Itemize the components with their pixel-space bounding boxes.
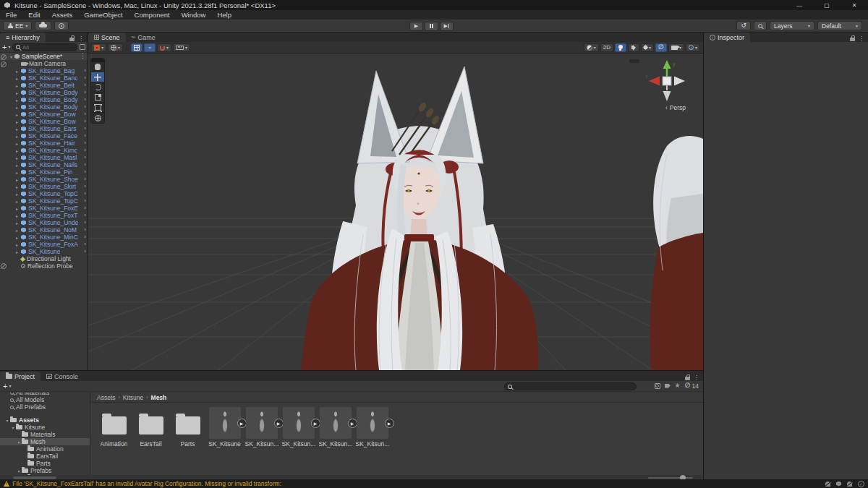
- tab-scene[interactable]: Scene: [88, 33, 126, 42]
- probe-visibility-icon[interactable]: [1, 263, 7, 269]
- expand-caret-icon[interactable]: ▸: [16, 119, 21, 124]
- hierarchy-item[interactable]: ▸ SK_Kitsune_Kimc ›: [0, 147, 88, 154]
- lock-icon[interactable]: [850, 38, 855, 41]
- tab-game[interactable]: ∞ Game: [126, 33, 161, 42]
- asset-item[interactable]: ▶ SK_Kitsun...: [244, 407, 278, 448]
- hierarchy-item[interactable]: ▸ SK_Kitsune_Bow ›: [0, 111, 88, 118]
- breadcrumb-assets[interactable]: Assets: [97, 394, 116, 401]
- kebab-menu-icon[interactable]: ⋮: [694, 375, 699, 381]
- lock-icon[interactable]: [685, 377, 690, 380]
- tree-item[interactable]: EarsTail: [0, 453, 90, 460]
- expand-caret-icon[interactable]: ▸: [16, 184, 21, 189]
- alerts-muted-icon[interactable]: [847, 481, 852, 487]
- expand-caret-icon[interactable]: [4, 418, 10, 423]
- expand-caret-icon[interactable]: ▸: [16, 83, 21, 88]
- expand-caret-icon[interactable]: ▸: [16, 221, 21, 226]
- background-tasks-done-icon[interactable]: ✓: [858, 481, 864, 487]
- expand-caret-icon[interactable]: ▸: [16, 112, 21, 117]
- hierarchy-search-input[interactable]: [22, 44, 74, 51]
- tree-item[interactable]: Prefabs: [0, 467, 90, 474]
- hierarchy-item[interactable]: ▸ SK_Kitsune_Body ›: [0, 103, 88, 111]
- expand-caret-icon[interactable]: ▸: [16, 170, 21, 175]
- expand-caret-icon[interactable]: ▸: [16, 163, 21, 168]
- prefab-open-arrow[interactable]: ›: [84, 147, 86, 153]
- hidden-packages-toggle[interactable]: ∅ 14: [685, 382, 699, 390]
- expand-caret-icon[interactable]: ▸: [16, 76, 21, 81]
- asset-item[interactable]: ▶ SK_Kitsune: [208, 407, 242, 448]
- hierarchy-item[interactable]: ▸ SK_Kitsune_Hair ›: [0, 140, 88, 147]
- caret-down-icon[interactable]: ▾: [10, 54, 12, 59]
- scene-camera-dropdown[interactable]: ▾: [668, 43, 684, 52]
- tree-item[interactable]: Animation: [0, 445, 90, 453]
- prefab-open-arrow[interactable]: ›: [84, 176, 86, 182]
- hierarchy-item[interactable]: ▸ SK_Kitsune_Unde ›: [0, 219, 88, 226]
- prefab-open-arrow[interactable]: ›: [84, 219, 86, 226]
- hierarchy-item[interactable]: ▸ SK_Kitsune_Bow ›: [0, 118, 88, 125]
- expand-caret-icon[interactable]: ▸: [16, 177, 21, 182]
- hierarchy-search[interactable]: [12, 43, 77, 51]
- prefab-open-arrow[interactable]: ›: [84, 89, 86, 95]
- project-search[interactable]: [504, 382, 637, 390]
- scene-viewport[interactable]: x y ‹ Persp: [88, 53, 703, 370]
- search-everywhere-button[interactable]: [754, 21, 767, 30]
- scene-kebab-icon[interactable]: ⋮: [80, 53, 85, 59]
- asset-item[interactable]: ▶ SK_Kitsun...: [281, 407, 315, 448]
- hierarchy-item[interactable]: ▸ SK_Kitsune_Face ›: [0, 132, 88, 140]
- expand-caret-icon[interactable]: ▸: [16, 127, 21, 132]
- menu-edit[interactable]: Edit: [22, 10, 46, 20]
- hierarchy-item[interactable]: ▸ SK_Kitsune_Skirt ›: [0, 183, 88, 190]
- menu-component[interactable]: Component: [129, 10, 176, 20]
- tab-hierarchy[interactable]: ≡ Hierarchy: [0, 33, 46, 42]
- expand-caret-icon[interactable]: [16, 440, 22, 445]
- grid-visibility-button[interactable]: [131, 43, 142, 52]
- close-button[interactable]: ✕: [841, 0, 868, 10]
- notifications-muted-icon[interactable]: [825, 481, 830, 487]
- tree-item[interactable]: Kitsune: [0, 424, 90, 431]
- hierarchy-item[interactable]: ▸ SK_Kitsune_Nails ›: [0, 161, 88, 168]
- prefab-open-arrow[interactable]: ›: [84, 125, 86, 132]
- grid-visibility-dropdown[interactable]: ▾: [144, 43, 156, 52]
- expand-caret-icon[interactable]: ▸: [16, 192, 21, 197]
- tab-inspector[interactable]: i Inspector: [704, 33, 750, 42]
- tool-handle-pivot-button[interactable]: ▾: [91, 43, 106, 52]
- scene-visibility-icon[interactable]: [1, 54, 7, 60]
- measure-button[interactable]: ▾: [173, 43, 190, 52]
- expand-caret-icon[interactable]: ▸: [16, 199, 21, 204]
- tab-console[interactable]: Console: [41, 372, 84, 381]
- scene-effects-dropdown[interactable]: ▾: [641, 43, 654, 52]
- persp-label[interactable]: ‹ Persp: [665, 104, 686, 111]
- rotate-tool-button[interactable]: [91, 82, 104, 93]
- hierarchy-item[interactable]: ▸ SK_Kitsune_Body ›: [0, 96, 88, 103]
- scene-audio-toggle[interactable]: [628, 43, 639, 52]
- hierarchy-item[interactable]: ▸ Reflection Probe ›: [0, 262, 88, 270]
- view-tool-button[interactable]: [91, 62, 104, 72]
- hierarchy-item[interactable]: ▸ SK_Kitsune_Bag ›: [0, 67, 88, 74]
- expand-caret-icon[interactable]: ▸: [16, 134, 21, 139]
- expand-caret-icon[interactable]: ▸: [16, 98, 21, 103]
- prefab-open-arrow[interactable]: ›: [84, 183, 86, 189]
- hierarchy-item[interactable]: ▸ SK_Kitsune_Masl ›: [0, 154, 88, 161]
- project-search-input[interactable]: [514, 383, 633, 390]
- tree-item[interactable]: Assets: [0, 416, 90, 424]
- hierarchy-item[interactable]: ▸ SK_Kitsune_FoxA ›: [0, 241, 88, 248]
- shading-mode-dropdown[interactable]: ▾: [584, 43, 599, 52]
- prefab-open-arrow[interactable]: ›: [84, 190, 86, 197]
- hierarchy-item[interactable]: ▸ SK_Kitsune ›: [0, 248, 88, 255]
- expand-caret-icon[interactable]: ▸: [16, 242, 21, 247]
- kebab-menu-icon[interactable]: ⋮: [859, 36, 864, 42]
- expand-caret-icon[interactable]: ▸: [16, 141, 21, 146]
- account-button[interactable]: EE ▾: [3, 21, 32, 30]
- prefab-open-arrow[interactable]: ›: [84, 118, 86, 124]
- prefab-open-arrow[interactable]: ›: [84, 168, 86, 175]
- expand-caret-icon[interactable]: ▸: [16, 249, 21, 254]
- expand-caret-icon[interactable]: ▸: [16, 148, 21, 153]
- hierarchy-item[interactable]: ▸ Main Camera ›: [0, 60, 88, 67]
- scale-tool-button[interactable]: [91, 93, 104, 103]
- services-button[interactable]: [54, 21, 69, 30]
- menu-assets[interactable]: Assets: [46, 10, 79, 20]
- search-by-label-icon[interactable]: [665, 384, 671, 388]
- expand-caret-icon[interactable]: ▸: [16, 235, 21, 240]
- asset-item[interactable]: ▶ SK_Kitsun...: [355, 407, 389, 448]
- hierarchy-item[interactable]: ▸ Directional Light ›: [0, 255, 88, 262]
- minimize-button[interactable]: —: [786, 0, 813, 10]
